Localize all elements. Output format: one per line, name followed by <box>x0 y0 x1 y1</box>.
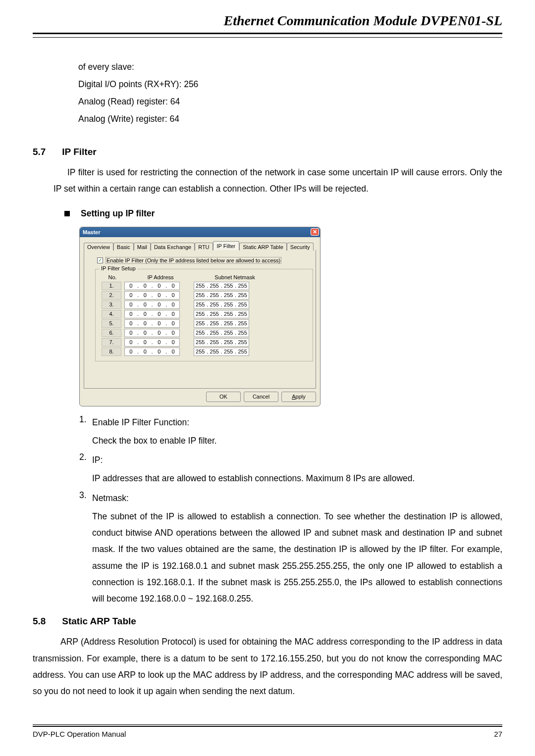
row-number: 4. <box>102 310 121 318</box>
apply-button[interactable]: Apply <box>281 392 316 402</box>
ip-segment[interactable]: 0 <box>167 349 179 354</box>
ip-segment[interactable]: 255 <box>222 302 235 307</box>
ip-segment[interactable]: 255 <box>222 339 235 345</box>
subnet-field[interactable]: 255.255.255.255 <box>194 348 249 356</box>
tab-overview[interactable]: Overview <box>84 243 113 251</box>
dialog-titlebar[interactable]: Master ✕ <box>80 227 320 237</box>
ip-segment[interactable]: 0 <box>167 292 179 298</box>
ip-segment[interactable]: 0 <box>125 292 137 298</box>
tab-rtu[interactable]: RTU <box>195 243 213 251</box>
ip-segment[interactable]: 0 <box>153 349 165 354</box>
ip-segment[interactable]: 0 <box>167 330 179 336</box>
ip-segment[interactable]: 0 <box>153 320 165 326</box>
ip-segment[interactable]: 0 <box>167 311 179 317</box>
ip-field[interactable]: 0.0.0.0 <box>124 319 180 328</box>
enable-ip-filter-checkbox[interactable]: ✓ <box>97 257 103 263</box>
ip-segment[interactable]: 0 <box>125 302 137 307</box>
ip-segment[interactable]: 255 <box>222 330 235 336</box>
ip-segment[interactable]: 0 <box>139 302 151 307</box>
ip-segment[interactable]: 255 <box>236 339 249 345</box>
ip-segment[interactable]: 0 <box>139 320 151 326</box>
ip-field[interactable]: 0.0.0.0 <box>124 348 180 356</box>
ip-segment[interactable]: 255 <box>222 320 235 326</box>
ip-segment[interactable]: 255 <box>194 320 207 326</box>
ip-segment[interactable]: 0 <box>125 349 137 354</box>
ip-segment[interactable]: 255 <box>208 320 220 326</box>
ip-segment[interactable]: 255 <box>236 349 249 354</box>
ip-segment[interactable]: 0 <box>167 283 179 289</box>
ip-segment[interactable]: 0 <box>139 349 151 354</box>
ip-segment[interactable]: 255 <box>222 349 235 354</box>
ip-segment[interactable]: 255 <box>222 283 235 289</box>
ip-segment[interactable]: 0 <box>153 339 165 345</box>
ip-segment[interactable]: 0 <box>139 283 151 289</box>
ip-field[interactable]: 0.0.0.0 <box>124 301 180 309</box>
ip-field[interactable]: 0.0.0.0 <box>124 291 180 300</box>
col-ip: IP Address <box>123 274 198 280</box>
enable-ip-filter-label: Enable IP Filter (Only the IP address li… <box>106 257 281 264</box>
ip-segment[interactable]: 255 <box>236 283 249 289</box>
ip-segment[interactable]: 255 <box>222 311 235 317</box>
ip-segment[interactable]: 0 <box>153 283 165 289</box>
ip-segment[interactable]: 255 <box>208 339 220 345</box>
ip-segment[interactable]: 255 <box>236 302 249 307</box>
ip-segment[interactable]: 0 <box>153 330 165 336</box>
tab-mail[interactable]: Mail <box>134 243 151 251</box>
tab-security[interactable]: Security <box>287 243 314 251</box>
ip-field[interactable]: 0.0.0.0 <box>124 338 180 347</box>
ip-segment[interactable]: 255 <box>194 330 207 336</box>
subnet-field[interactable]: 255.255.255.255 <box>194 319 249 328</box>
ip-segment[interactable]: 255 <box>194 302 207 307</box>
ip-segment[interactable]: 255 <box>208 349 220 354</box>
ip-segment[interactable]: 255 <box>208 283 220 289</box>
ip-segment[interactable]: 0 <box>153 292 165 298</box>
ip-segment[interactable]: 255 <box>194 339 207 345</box>
subnet-field[interactable]: 255.255.255.255 <box>194 282 249 290</box>
tab-data-exchange[interactable]: Data Exchange <box>151 243 195 251</box>
ip-segment[interactable]: 0 <box>139 330 151 336</box>
ip-segment[interactable]: 0 <box>125 283 137 289</box>
ip-field[interactable]: 0.0.0.0 <box>124 310 180 318</box>
ip-segment[interactable]: 0 <box>139 292 151 298</box>
ip-segment[interactable]: 0 <box>139 311 151 317</box>
subnet-field[interactable]: 255.255.255.255 <box>194 301 249 309</box>
ip-segment[interactable]: 255 <box>208 311 220 317</box>
ip-segment[interactable]: 0 <box>167 320 179 326</box>
ip-segment[interactable]: 0 <box>125 320 137 326</box>
section-5-8-title: Static ARP Table <box>62 616 136 626</box>
ip-segment[interactable]: 255 <box>194 283 207 289</box>
ip-segment[interactable]: 255 <box>236 292 249 298</box>
ip-segment[interactable]: 255 <box>208 330 220 336</box>
subnet-field[interactable]: 255.255.255.255 <box>194 329 249 337</box>
ip-segment[interactable]: 255 <box>236 330 249 336</box>
subnet-field[interactable]: 255.255.255.255 <box>194 291 249 300</box>
ip-segment[interactable]: 255 <box>236 320 249 326</box>
ip-field[interactable]: 0.0.0.0 <box>124 282 180 290</box>
ip-segment[interactable]: 255 <box>236 311 249 317</box>
col-sn: Subnet Netmask <box>198 274 272 280</box>
ip-segment[interactable]: 0 <box>125 339 137 345</box>
cancel-button[interactable]: Cancel <box>244 392 278 402</box>
ip-segment[interactable]: 0 <box>167 339 179 345</box>
subnet-field[interactable]: 255.255.255.255 <box>194 310 249 318</box>
ip-segment[interactable]: 0 <box>167 302 179 307</box>
ip-segment[interactable]: 0 <box>125 311 137 317</box>
subnet-field[interactable]: 255.255.255.255 <box>194 338 249 347</box>
intro-l2: Digital I/O points (RX+RY): 256 <box>78 76 502 93</box>
ip-segment[interactable]: 255 <box>208 302 220 307</box>
tab-static-arp[interactable]: Static ARP Table <box>239 243 287 251</box>
ip-segment[interactable]: 0 <box>153 311 165 317</box>
ip-segment[interactable]: 255 <box>194 292 207 298</box>
ip-field[interactable]: 0.0.0.0 <box>124 329 180 337</box>
ip-segment[interactable]: 255 <box>194 311 207 317</box>
ip-segment[interactable]: 0 <box>125 330 137 336</box>
ip-segment[interactable]: 255 <box>194 349 207 354</box>
close-icon[interactable]: ✕ <box>311 228 319 236</box>
ip-segment[interactable]: 0 <box>153 302 165 307</box>
ip-segment[interactable]: 255 <box>222 292 235 298</box>
tab-basic[interactable]: Basic <box>113 243 134 251</box>
ip-segment[interactable]: 255 <box>208 292 220 298</box>
ip-segment[interactable]: 0 <box>139 339 151 345</box>
ok-button[interactable]: OK <box>206 392 241 402</box>
tab-ip-filter[interactable]: IP Filter <box>213 241 240 250</box>
